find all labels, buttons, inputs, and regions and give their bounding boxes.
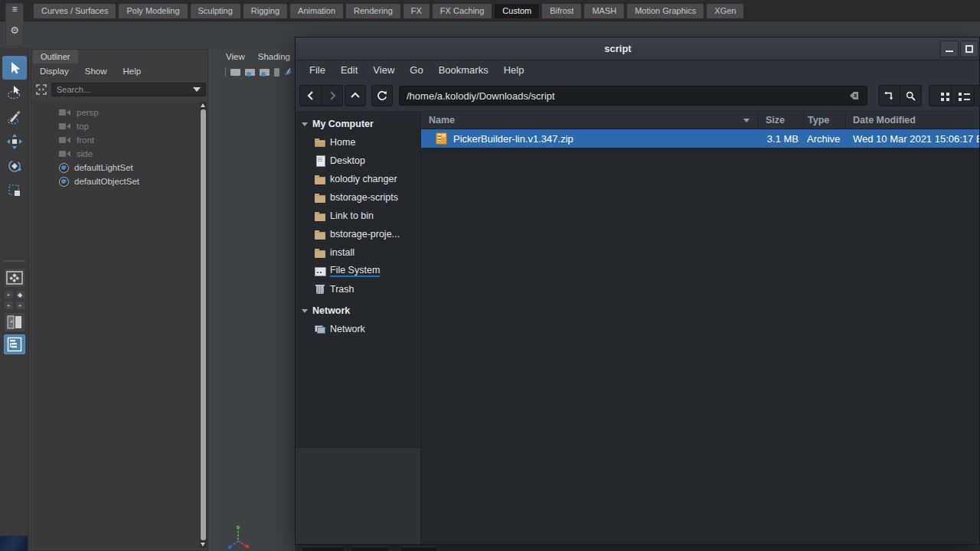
column-header-name[interactable]: Name xyxy=(421,112,757,129)
sidebar-item-network[interactable]: Network xyxy=(296,320,420,338)
image-plane-icon[interactable] xyxy=(284,68,293,76)
menu-help[interactable]: Help xyxy=(496,60,532,80)
sidebar-item-bstorage-scripts[interactable]: bstorage-scripts xyxy=(296,188,420,207)
file-row-pickerbuilder-zip[interactable]: PickerBuilder-lin.v1.347.zip 3.1 MB Arch… xyxy=(421,129,979,148)
sidebar-item-kolodiy-changer[interactable]: kolodiy changer xyxy=(296,170,420,188)
chevron-down-icon[interactable] xyxy=(193,87,201,92)
outliner-item-defaultlightset[interactable]: defaultLightSet xyxy=(33,161,207,174)
sidebar-item-file-system[interactable]: File System xyxy=(296,262,420,280)
jump-to-location-button[interactable] xyxy=(878,85,900,106)
outliner-item-persp[interactable]: persp xyxy=(33,106,207,119)
outliner-item-top[interactable]: top xyxy=(33,119,207,133)
bookmark-icon[interactable] xyxy=(274,68,279,77)
column-header-date-modified[interactable]: Date Modified xyxy=(845,112,979,129)
chevron-down-icon[interactable] xyxy=(302,309,308,313)
gear-icon[interactable]: ⚙ xyxy=(10,25,19,36)
menu-file[interactable]: File xyxy=(302,60,333,80)
column-header-type[interactable]: Type xyxy=(803,112,845,129)
sidebar-item-label: Link to bin xyxy=(330,210,374,221)
viewport-menu-view[interactable]: View xyxy=(226,52,245,61)
shelf-tab-rendering[interactable]: Rendering xyxy=(346,4,400,18)
shelf-side-rail: ≡ ⚙ xyxy=(5,3,24,46)
folder-icon xyxy=(314,191,326,204)
refresh-button[interactable] xyxy=(371,85,393,106)
layout-outliner-persp-button[interactable] xyxy=(4,334,25,354)
camera-icon xyxy=(59,109,71,116)
cutoff-button[interactable] xyxy=(400,546,438,551)
sidebar-item-trash[interactable]: Trash xyxy=(296,280,420,298)
shelf-tab-motion-graphics[interactable]: Motion Graphics xyxy=(627,4,704,18)
tab-outliner[interactable]: Outliner xyxy=(33,50,78,64)
menu-edit[interactable]: Edit xyxy=(333,60,365,80)
folder-icon xyxy=(314,246,326,259)
shelf-tab-animation[interactable]: Animation xyxy=(290,4,343,18)
rotate-tool-button[interactable] xyxy=(2,154,27,178)
shelf-tab-curves-surfaces[interactable]: Curves / Surfaces xyxy=(34,4,116,18)
layout-four-pane-buttons[interactable]: + ◆ + + xyxy=(3,290,26,310)
shelf-tab-sculpting[interactable]: Sculpting xyxy=(191,4,240,18)
outliner-search-input[interactable]: Search... xyxy=(51,83,206,96)
camera-attributes-icon[interactable] xyxy=(260,69,270,76)
shelf-tab-custom[interactable]: Custom xyxy=(495,4,539,18)
shelf-tab-poly-modeling[interactable]: Poly Modeling xyxy=(119,4,187,18)
compact-view-button[interactable] xyxy=(952,85,975,106)
layout-single-pane-button[interactable] xyxy=(4,268,25,288)
clear-path-icon[interactable] xyxy=(846,90,860,101)
sidebar-item-install[interactable]: install xyxy=(296,243,420,262)
shelf-tab-rigging[interactable]: Rigging xyxy=(243,4,287,18)
outliner-item-defaultobjectset[interactable]: defaultObjectSet xyxy=(33,174,207,188)
outliner-menu-help[interactable]: Help xyxy=(123,67,142,76)
outliner-menu-show[interactable]: Show xyxy=(85,67,107,76)
menu-go[interactable]: Go xyxy=(402,60,430,80)
sidebar-item-link-to-bin[interactable]: Link to bin xyxy=(296,207,420,225)
shelf-tab-xgen[interactable]: XGen xyxy=(707,4,743,18)
scroll-down-icon[interactable] xyxy=(201,543,205,546)
select-camera-icon[interactable] xyxy=(230,69,240,76)
back-button[interactable] xyxy=(299,85,322,106)
maximize-button[interactable] xyxy=(960,41,978,57)
menu-bookmarks[interactable]: Bookmarks xyxy=(431,60,496,80)
select-tool-button[interactable] xyxy=(2,56,27,80)
minimize-button[interactable] xyxy=(940,41,959,57)
maya-viewport-panel[interactable]: View Shading Li xyxy=(220,49,295,551)
detailed-view-button[interactable] xyxy=(975,85,980,106)
scroll-up-icon[interactable] xyxy=(201,103,205,107)
outliner-scrollbar[interactable] xyxy=(200,102,207,548)
column-header-size[interactable]: Size xyxy=(757,112,803,129)
icon-view-button[interactable] xyxy=(929,85,952,106)
menu-view[interactable]: View xyxy=(365,60,402,80)
lasso-tool-button[interactable] xyxy=(2,80,27,104)
move-tool-button[interactable] xyxy=(2,129,27,153)
shelf-tab-mash[interactable]: MASH xyxy=(584,4,624,18)
sidebar-section-my-computer[interactable]: My Computer xyxy=(296,112,420,133)
scale-tool-button[interactable] xyxy=(2,178,27,202)
up-button[interactable] xyxy=(345,85,366,106)
outliner-item-front[interactable]: front xyxy=(33,133,207,147)
viewport-menu-shading[interactable]: Shading xyxy=(258,52,290,61)
chevron-down-icon[interactable] xyxy=(302,122,308,126)
paint-select-tool-button[interactable] xyxy=(2,105,27,129)
search-button[interactable] xyxy=(900,85,922,106)
outliner-item-side[interactable]: side xyxy=(33,147,207,161)
layout-two-pane-button[interactable]: + xyxy=(4,312,25,332)
shelf-tab-fx-caching[interactable]: FX Caching xyxy=(433,4,492,18)
lock-camera-icon[interactable] xyxy=(245,69,255,76)
sort-descending-icon[interactable] xyxy=(743,119,750,122)
shelf-tab-bifrost[interactable]: Bifrost xyxy=(542,4,581,18)
forward-button[interactable] xyxy=(322,85,343,106)
shelf-tab-fx[interactable]: FX xyxy=(403,4,430,18)
location-bar[interactable]: /home/a.kolodiy/Downloads/script xyxy=(399,86,867,106)
cutoff-button[interactable] xyxy=(350,546,390,551)
hamburger-icon[interactable]: ≡ xyxy=(11,4,17,15)
sidebar-item-bstorage-projects[interactable]: bstorage-proje... xyxy=(296,225,420,243)
desktop-icon xyxy=(314,155,326,167)
sidebar-item-desktop[interactable]: Desktop xyxy=(296,152,420,170)
panel-splitter[interactable] xyxy=(209,49,220,551)
sidebar-section-network[interactable]: Network xyxy=(296,298,420,320)
titlebar[interactable]: script xyxy=(296,37,979,60)
outliner-menu-display[interactable]: Display xyxy=(40,67,69,76)
sidebar-item-home[interactable]: Home xyxy=(296,133,420,152)
filter-icon[interactable] xyxy=(34,83,48,96)
scrollbar-thumb[interactable] xyxy=(201,109,206,540)
cutoff-button[interactable] xyxy=(301,546,345,551)
